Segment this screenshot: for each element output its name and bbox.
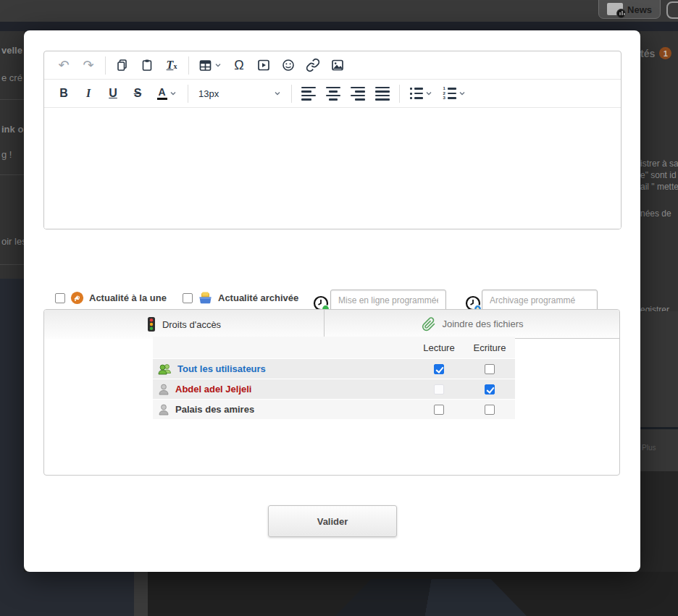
news-button-label: News [627,4,652,15]
screen: News velle e cré ink o g ! oir les tés 1… [0,0,678,616]
numbered-list-button[interactable]: 1 2 3 [438,82,471,105]
copy-icon [115,58,130,72]
bold-button[interactable]: B [51,82,76,105]
tab-droits-acces[interactable]: Droits d'accès [44,310,325,339]
bg-text-fragment: tés [640,48,655,59]
align-right-button[interactable] [346,82,370,105]
tab-label: Droits d'accès [162,319,221,330]
une-checkbox-label: Actualité à la une [89,292,167,303]
insert-media-button[interactable] [251,54,276,77]
ecriture-checkbox[interactable] [485,364,495,374]
italic-button[interactable]: I [76,82,101,105]
background-left-sidebar [0,279,24,616]
column-header-lecture: Lecture [414,342,464,353]
bg-text-fragment: e cré [1,72,22,83]
align-left-icon [301,87,316,101]
omega-icon: Ω [234,59,243,72]
clear-formatting-button[interactable]: Tx [159,54,184,77]
align-justify-button[interactable] [370,82,395,105]
group-users-icon [158,363,172,376]
paste-icon [140,58,154,72]
row-user-name: Abdel adel Jeljeli [175,384,252,395]
hexagon-decoration [311,579,551,616]
news-button: News [598,0,661,19]
table-icon [198,59,212,72]
emoticons-button[interactable] [276,54,301,77]
access-table-body: Tout les utilisateurs Abdel adel Jeljeli… [153,359,515,419]
user-icon [158,403,170,416]
editor-toolbar-row-1: ↶ ↷ [44,51,621,80]
lecture-checkbox[interactable] [434,364,444,374]
background-bottom-content [148,572,678,616]
chevron-down-icon [274,90,281,97]
background-scrollbar [134,572,148,616]
redo-button[interactable]: ↷ [76,54,101,77]
align-justify-icon [375,87,390,101]
chevron-down-icon [214,62,222,69]
strikethrough-icon: S [134,88,142,99]
traffic-light-icon [147,316,156,332]
archive-checkbox-label: Actualité archivée [218,292,298,303]
insert-link-button[interactable] [301,54,325,77]
rich-text-editor: ↶ ↷ [43,51,622,229]
bg-text-fragment: g ! [1,149,12,160]
underline-button[interactable]: U [101,82,125,105]
undo-button[interactable]: ↶ [51,54,76,77]
news-icon [607,3,623,15]
bg-text-fragment: istrer à sa [640,159,678,169]
redo-icon: ↷ [83,59,93,72]
archive-date-input[interactable] [482,290,598,311]
chevron-down-icon [459,90,466,97]
notification-count-badge: 1 [659,47,671,59]
align-center-button[interactable] [321,82,346,105]
font-size-value: 13px [198,88,219,99]
column-header-ecriture: Ecriture [464,342,515,353]
bg-text-fragment: e" sont id [640,170,677,180]
table-menu-button[interactable] [193,54,227,77]
bg-text-fragment: Plus [642,444,656,452]
publish-date-input[interactable] [330,290,446,311]
ecriture-checkbox[interactable] [485,405,495,415]
valider-button[interactable]: Valider [268,505,397,537]
lecture-checkbox [434,384,444,395]
bg-text-fragment: oir les [1,236,24,247]
partial-button-icon [666,1,678,19]
special-character-button[interactable]: Ω [227,54,251,77]
user-icon [158,383,170,396]
editor-content[interactable] [44,108,621,229]
access-rights-table: Lecture Ecriture Tout les utilisateurs A… [153,337,515,419]
font-size-select[interactable]: 13px [193,82,287,105]
news-editor-modal: ↶ ↷ [24,30,640,572]
italic-icon: I [86,88,91,99]
align-right-icon [351,87,365,101]
bg-text-fragment: ail " mette [640,182,678,192]
clear-formatting-icon: Tx [167,59,177,72]
image-icon [330,58,345,72]
strikethrough-button[interactable]: S [125,82,150,105]
background-right-edge: tés 1 istrer à sa e" sont id ail " mette… [640,31,678,572]
chevron-down-icon [170,90,177,97]
paste-button[interactable] [135,54,159,77]
row-user-name: Tout les utilisateurs [177,363,266,374]
ecriture-checkbox[interactable] [485,384,495,395]
table-row: Tout les utilisateurs [153,359,515,379]
bg-text-fragment: ink o [1,124,23,135]
tab-joindre-fichiers[interactable]: Joindre des fichiers [325,310,620,339]
archive-checkbox[interactable] [183,293,193,303]
text-color-button[interactable]: A [150,82,183,105]
align-left-button[interactable] [296,82,321,105]
bullet-list-icon [410,88,423,99]
insert-image-button[interactable] [325,54,350,77]
lecture-checkbox[interactable] [434,405,444,415]
paperclip-icon [422,317,436,332]
text-color-icon: A [157,87,167,100]
background-bottom-sidebar [0,572,134,616]
copy-button[interactable] [110,54,135,77]
une-checkbox[interactable] [55,293,65,303]
bullet-list-button[interactable] [404,82,438,105]
tab-label: Joindre des fichiers [443,318,524,329]
bg-text-fragment: nées de [640,208,671,219]
table-row: Abdel adel Jeljeli [153,379,515,399]
media-icon [256,58,271,72]
archive-box-icon [198,291,213,305]
